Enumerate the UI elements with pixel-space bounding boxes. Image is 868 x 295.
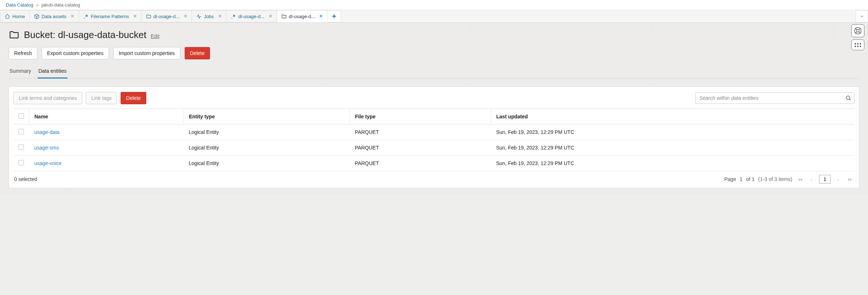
top-tab[interactable]: Home — [0, 10, 30, 22]
search-icon — [845, 95, 852, 102]
apps-button[interactable] — [851, 39, 864, 50]
refresh-button[interactable]: Refresh — [9, 47, 37, 59]
title-row: Bucket: dl-usage-data-bucket Edit — [9, 29, 859, 41]
pulse-icon — [196, 14, 202, 19]
tab-label: dl-usage-d... — [154, 14, 180, 19]
tab-label: Jobs — [204, 14, 214, 19]
close-icon[interactable]: × — [269, 13, 272, 19]
delete-entities-button[interactable]: Delete — [121, 92, 146, 104]
top-tab[interactable]: Data assets× — [30, 10, 79, 22]
close-icon[interactable]: × — [218, 13, 222, 19]
col-file-type[interactable]: File type — [350, 109, 491, 125]
tab-label: dl-usage-d... — [289, 14, 315, 19]
import-props-button[interactable]: Import custom properties — [113, 47, 180, 59]
page-last-button[interactable]: ⏭ — [846, 175, 854, 183]
link-terms-button[interactable]: Link terms and categories — [13, 92, 82, 104]
page-title: Bucket: dl-usage-data-bucket — [24, 29, 146, 41]
top-tab[interactable]: dl-usage-d...× — [277, 10, 328, 22]
page-first-button[interactable]: ⏮ — [796, 175, 804, 183]
last-updated-cell: Sun, Feb 19, 2023, 12:29 PM UTC — [491, 140, 855, 156]
table-row: usage-smsLogical EntityPARQUETSun, Feb 1… — [13, 140, 855, 156]
svg-line-5 — [859, 28, 860, 30]
tab-label: Filename Patterns — [91, 14, 129, 19]
select-all-checkbox[interactable] — [18, 113, 24, 119]
tab-bar: HomeData assets×Filename Patterns×dl-usa… — [0, 10, 868, 23]
cube-icon — [34, 14, 39, 19]
pager: Page 1 of 1 (1-3 of 3 items) ⏮ ‹ › ⏭ — [724, 175, 854, 184]
folder-icon — [9, 29, 20, 41]
svg-point-1 — [231, 17, 232, 18]
tab-data-entities[interactable]: Data entities — [38, 66, 67, 79]
edit-link[interactable]: Edit — [151, 33, 159, 39]
close-icon[interactable]: × — [133, 13, 137, 19]
entity-type-cell: Logical Entity — [184, 156, 350, 171]
col-last-updated[interactable]: Last updated — [491, 109, 855, 125]
entity-type-cell: Logical Entity — [184, 125, 350, 140]
selected-count: 0 selected — [14, 176, 37, 182]
svg-line-7 — [859, 32, 860, 33]
close-icon[interactable]: × — [319, 13, 323, 19]
entity-name-link[interactable]: usage-voice — [34, 160, 62, 166]
page-of: of 1 — [746, 176, 755, 182]
breadcrumb-sep: » — [36, 2, 39, 8]
export-props-button[interactable]: Export custom properties — [42, 47, 109, 59]
svg-line-4 — [855, 28, 857, 30]
last-updated-cell: Sun, Feb 19, 2023, 12:29 PM UTC — [491, 156, 855, 171]
breadcrumb-current: jakub-data-catalog — [41, 2, 80, 8]
row-checkbox[interactable] — [18, 129, 24, 134]
svg-point-3 — [856, 29, 859, 32]
svg-line-9 — [849, 99, 851, 100]
row-checkbox[interactable] — [18, 160, 24, 165]
entity-name-link[interactable]: usage-sms — [34, 145, 59, 151]
close-icon[interactable]: × — [71, 13, 74, 19]
tab-label: dl-usage-d... — [238, 14, 264, 19]
close-icon[interactable]: × — [184, 13, 187, 19]
breadcrumb: Data Catalog » jakub-data-catalog — [0, 0, 868, 10]
panel-toolbar: Link terms and categories Link tags Dele… — [13, 92, 855, 104]
top-tab[interactable]: dl-usage-d...× — [226, 10, 277, 22]
row-checkbox[interactable] — [18, 144, 24, 150]
entities-table: Name Entity type File type Last updated … — [13, 109, 855, 171]
home-icon — [5, 14, 10, 19]
last-updated-cell: Sun, Feb 19, 2023, 12:29 PM UTC — [491, 125, 855, 140]
action-row: Refresh Export custom properties Import … — [9, 47, 859, 59]
regex-icon — [83, 14, 89, 19]
search-input[interactable] — [695, 92, 855, 104]
file-type-cell: PARQUET — [350, 156, 491, 171]
delete-bucket-button[interactable]: Delete — [185, 47, 210, 59]
tab-label: Home — [12, 14, 25, 19]
col-name[interactable]: Name — [29, 109, 184, 125]
page-body: Bucket: dl-usage-data-bucket Edit Refres… — [0, 23, 868, 195]
page-next-button[interactable]: › — [834, 175, 842, 183]
table-row: usage-dataLogical EntityPARQUETSun, Feb … — [13, 125, 855, 140]
search-wrap — [695, 92, 855, 104]
tab-overflow-button[interactable] — [856, 10, 868, 22]
top-tab[interactable]: Filename Patterns× — [79, 10, 142, 22]
page-input[interactable] — [819, 175, 831, 184]
entity-name-link[interactable]: usage-data — [34, 129, 60, 135]
file-type-cell: PARQUET — [350, 140, 491, 156]
top-tab[interactable]: dl-usage-d...× — [142, 10, 192, 22]
file-type-cell: PARQUET — [350, 125, 491, 140]
entities-panel: Link terms and categories Link tags Dele… — [9, 87, 859, 188]
breadcrumb-root[interactable]: Data Catalog — [6, 2, 33, 8]
table-footer: 0 selected Page 1 of 1 (1-3 of 3 items) … — [13, 171, 855, 184]
link-tags-button[interactable]: Link tags — [86, 92, 117, 104]
page-prev-button[interactable]: ‹ — [808, 175, 815, 183]
tab-summary[interactable]: Summary — [9, 66, 32, 78]
entity-type-cell: Logical Entity — [184, 140, 350, 156]
page-current: 1 — [740, 176, 743, 182]
new-tab-button[interactable]: + — [327, 10, 341, 22]
tab-label: Data assets — [42, 14, 67, 19]
top-tab[interactable]: Jobs× — [192, 10, 226, 22]
regex-icon — [231, 14, 236, 19]
col-entity-type[interactable]: Entity type — [184, 109, 350, 125]
svg-point-0 — [84, 17, 85, 18]
svg-line-6 — [855, 32, 857, 33]
help-button[interactable] — [851, 24, 864, 37]
help-rail — [851, 24, 864, 50]
folder-icon — [146, 14, 151, 19]
inner-tabs: Summary Data entities — [9, 66, 859, 79]
page-range: (1-3 of 3 items) — [758, 176, 792, 182]
svg-point-8 — [846, 96, 850, 100]
